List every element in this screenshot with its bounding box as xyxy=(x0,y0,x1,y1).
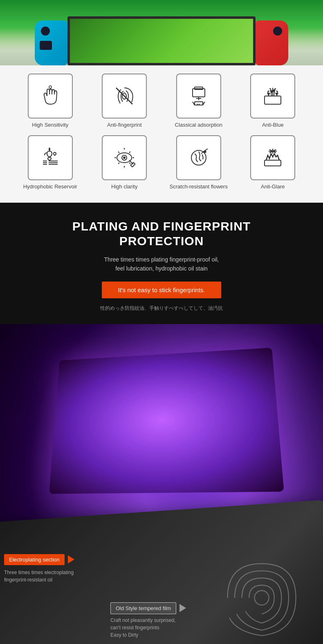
features-section: High Sensitivity Anti-fingerprint xyxy=(0,65,323,203)
feature-high-clarity: High clarity xyxy=(91,135,159,190)
svg-line-37 xyxy=(201,152,204,154)
screen-glow xyxy=(49,347,284,494)
feature-anti-blue: Anti-Blue xyxy=(239,74,307,129)
water-drop-icon xyxy=(38,145,63,170)
feature-icon-box xyxy=(28,74,73,119)
device-section: Electroplating section Three times times… xyxy=(0,324,323,644)
svg-point-23 xyxy=(123,157,125,159)
fingerprint-icon xyxy=(112,84,137,108)
eye-icon xyxy=(112,145,137,170)
annotation-left: Electroplating section xyxy=(4,554,74,565)
device-visual: Electroplating section Three times times… xyxy=(0,324,323,644)
feature-icon-box-6 xyxy=(102,135,147,180)
features-grid: High Sensitivity Anti-fingerprint xyxy=(16,74,307,190)
svg-rect-9 xyxy=(265,96,281,104)
svg-line-29 xyxy=(118,163,119,164)
feature-icon-box-4 xyxy=(250,74,295,119)
feature-hydrophobic: Hydrophobic Reservoir xyxy=(16,135,84,190)
feature-scratch-resistant: Scratch-resistant flowers xyxy=(165,135,233,190)
feature-label-scratch: Scratch-resistant flowers xyxy=(170,183,228,190)
switch-screen-inner xyxy=(70,19,253,63)
joy-con-right xyxy=(256,20,288,65)
feature-icon-box-3 xyxy=(176,74,221,119)
svg-line-27 xyxy=(129,163,130,164)
feature-label-adsorption: Classical adsorption xyxy=(175,122,222,129)
adsorption-icon xyxy=(186,84,211,108)
feature-label-sensitivity: High Sensitivity xyxy=(32,122,68,129)
feature-icon-box-2 xyxy=(102,74,147,119)
fp-title: PLATING AND FINGERPRINTPROTECTION xyxy=(8,219,315,248)
feature-label-hydrophobic: Hydrophobic Reservoir xyxy=(23,183,77,190)
switch-screen xyxy=(67,16,256,65)
svg-line-31 xyxy=(118,152,119,153)
anti-glare-icon xyxy=(260,145,285,170)
feature-anti-glare: Anti-Glare xyxy=(239,135,307,190)
annotation-right: Old Style tempered film xyxy=(110,602,186,614)
svg-point-0 xyxy=(49,86,52,88)
fingerprint-section: PLATING AND FINGERPRINTPROTECTION Three … xyxy=(0,203,323,324)
svg-line-25 xyxy=(129,152,130,153)
joy-con-left xyxy=(35,20,67,65)
annotation-right-badge: Old Style tempered film xyxy=(110,602,176,614)
annotation-right-desc: Craft not pleasantly surprised,can't res… xyxy=(110,617,175,639)
svg-marker-36 xyxy=(204,150,206,153)
annotation-right-arrow xyxy=(179,604,186,612)
feature-label-anti-glare: Anti-Glare xyxy=(261,183,285,190)
annotation-left-desc: Three times times electroplatingfingerpr… xyxy=(4,569,74,584)
svg-rect-33 xyxy=(131,162,135,167)
feature-icon-box-5 xyxy=(28,135,73,180)
feature-icon-box-8 xyxy=(250,135,295,180)
svg-rect-38 xyxy=(265,160,281,166)
svg-point-43 xyxy=(254,590,269,605)
feature-label-high-clarity: High clarity xyxy=(111,183,137,190)
fingerprint-overlay xyxy=(217,553,307,643)
annotation-left-arrow xyxy=(68,555,74,564)
feature-high-sensitivity: High Sensitivity xyxy=(16,74,84,129)
fp-badge: It's not easy to stick fingerprints. xyxy=(102,282,222,298)
hand-icon xyxy=(38,84,63,108)
feature-anti-fingerprint: Anti-fingerprint xyxy=(91,74,159,129)
anti-blue-icon xyxy=(260,84,285,108)
feature-classical-adsorption: Classical adsorption xyxy=(165,74,233,129)
feature-label-anti-blue: Anti-Blue xyxy=(262,122,284,129)
feature-label-fingerprint: Anti-fingerprint xyxy=(107,122,142,129)
hero-section xyxy=(0,0,323,65)
scratch-icon xyxy=(186,145,211,170)
annotation-left-badge: Electroplating section xyxy=(4,554,65,565)
feature-icon-box-7 xyxy=(176,135,221,180)
fp-subtitle: Three times times plating fingerprint-pr… xyxy=(8,255,315,273)
switch-device xyxy=(35,12,288,65)
fp-japanese: 性的めっき防指紋油、手触りすべすべしてして、油汚抗 xyxy=(8,305,315,312)
